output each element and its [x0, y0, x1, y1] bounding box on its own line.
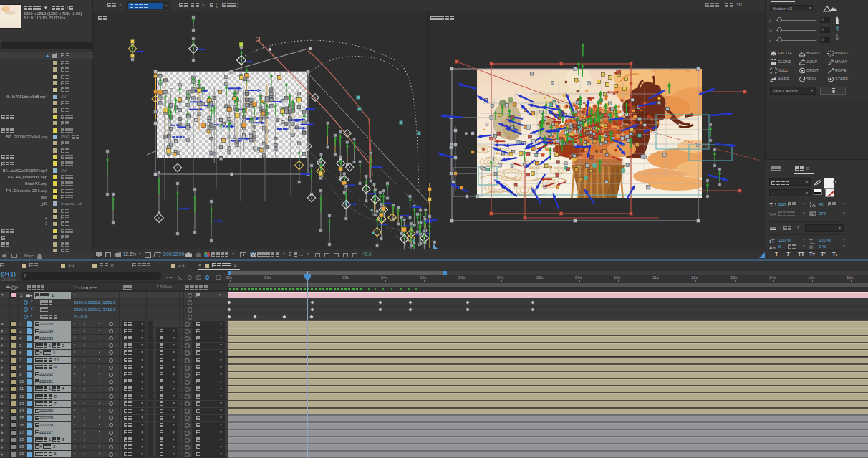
svg-text:A̩a: A̩a [769, 245, 776, 250]
svg-text:T: T [769, 201, 773, 208]
svg-text:ɪT: ɪT [769, 238, 775, 244]
svg-text:®: ® [809, 245, 814, 250]
svg-text:T: T [809, 238, 813, 244]
svg-text:V/A: V/A [769, 212, 776, 216]
svg-text:A: A [812, 203, 816, 208]
